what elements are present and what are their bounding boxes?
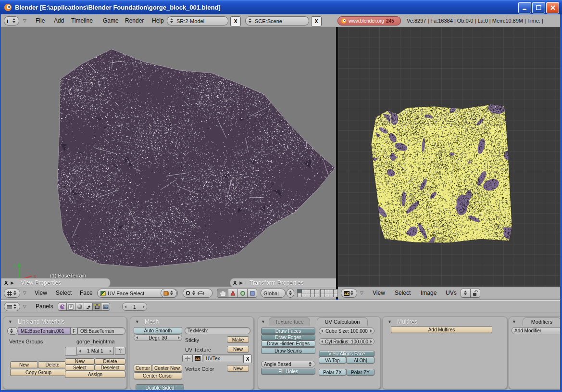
blender-org-button[interactable]: www.blender.org 245 (337, 16, 401, 25)
decrement-arrow-icon[interactable] (79, 350, 81, 353)
decrement-arrow-icon[interactable] (321, 340, 323, 343)
logic-context-button[interactable] (58, 303, 67, 311)
manipulator-rotate-button[interactable] (237, 289, 248, 298)
material-assign-button[interactable]: Assign (65, 371, 125, 378)
panel-collapse-icon[interactable]: ▼ (261, 319, 265, 324)
uvtex-name-field[interactable]: UVTex (203, 354, 243, 362)
decrement-arrow-icon[interactable] (125, 305, 126, 308)
transform-properties-panel[interactable]: X ▶ Transform Properties (230, 278, 337, 288)
uvtex-delete-button[interactable]: X (243, 354, 252, 363)
material-delete-button[interactable]: Delete (95, 358, 125, 365)
add-modifier-menu[interactable]: Add Modifier (512, 327, 562, 334)
menu-view[interactable]: View (35, 290, 47, 296)
scene-close-button[interactable]: X (311, 16, 322, 26)
polar-zx-toggle[interactable]: Polar ZX (319, 369, 346, 376)
3d-viewport-canvas[interactable] (1, 27, 336, 287)
uvtex-grid-button[interactable] (182, 354, 193, 362)
sticky-make-button[interactable]: Make (227, 336, 249, 343)
close-button[interactable] (546, 2, 559, 13)
layer-buttons-group-1[interactable] (297, 289, 319, 297)
material-slot-field[interactable]: 1 Mat 1 (76, 347, 114, 355)
va-top-toggle[interactable]: VA Top (319, 357, 346, 364)
manipulator-translate-button[interactable] (228, 289, 238, 298)
material-color-swatch[interactable] (65, 347, 77, 356)
pin-lock-button[interactable] (470, 289, 480, 298)
decrement-arrow-icon[interactable] (136, 336, 138, 339)
editor-type-buttons-button[interactable] (4, 302, 20, 311)
draw-seams-toggle[interactable]: Draw Seams (261, 347, 315, 354)
increment-arrow-icon[interactable] (370, 340, 372, 343)
script-context-button[interactable] (66, 303, 75, 311)
material-select-button[interactable]: Select (65, 365, 95, 371)
increment-arrow-icon[interactable] (370, 329, 372, 332)
view-aligns-face-toggle[interactable]: View Aligns Face (319, 351, 375, 357)
minimize-button[interactable] (518, 2, 531, 13)
object-datablock-field[interactable]: OB:BaseTerrain (77, 327, 125, 335)
increment-arrow-icon[interactable] (143, 305, 145, 308)
manipulator-hand-button[interactable] (217, 289, 228, 298)
panel-collapse-icon[interactable]: ▼ (387, 319, 392, 324)
orientation-arrows[interactable] (287, 289, 294, 298)
scene-selector[interactable]: SCE:Scene (245, 16, 309, 25)
uvtex-image-button[interactable] (193, 354, 202, 362)
close-icon[interactable]: X (233, 280, 237, 286)
menu-game[interactable]: Game (103, 17, 119, 24)
menu-face[interactable]: Face (80, 290, 93, 296)
frame-number-field[interactable]: 1 (122, 303, 147, 311)
degr-field[interactable]: Degr: 30 (134, 334, 182, 341)
double-sided-toggle[interactable]: Double Sided (136, 384, 184, 390)
menu-add[interactable]: Add (54, 17, 64, 24)
material-help-button[interactable]: ? (115, 347, 125, 355)
vgroup-delete-button[interactable]: Delete (38, 361, 67, 368)
tab-modifiers[interactable]: Modifiers (523, 317, 561, 326)
draw-type-button[interactable] (161, 289, 177, 298)
image-browse-button[interactable] (461, 289, 471, 298)
draw-edges-toggle[interactable]: Draw Edges (261, 334, 315, 341)
menu-panels[interactable]: Panels (36, 303, 53, 310)
increment-arrow-icon[interactable] (110, 350, 112, 353)
vgroup-new-button[interactable]: New (10, 361, 38, 368)
menu-uvs[interactable]: UVs (446, 290, 457, 296)
draw-faces-toggle[interactable]: Draw Faces (261, 328, 315, 334)
panel-collapse-icon[interactable]: ▼ (135, 319, 139, 324)
vgroup-copy-button[interactable]: Copy Group (10, 369, 67, 376)
editor-type-image-button[interactable] (341, 289, 357, 298)
add-multires-button[interactable]: Add Multires (391, 326, 492, 333)
menu-help[interactable]: Help (152, 17, 164, 24)
panel-collapse-icon[interactable]: ▼ (8, 319, 12, 324)
mesh-datablock-menu[interactable] (7, 327, 18, 335)
center-button[interactable]: Center (134, 365, 152, 372)
cyl-radius-field[interactable]: Cyl Radius: 100.000 (319, 338, 375, 345)
uv-texture-new-button[interactable]: New (227, 346, 249, 353)
maximize-button[interactable] (532, 2, 545, 13)
texmesh-field[interactable]: TexMesh: (185, 327, 250, 334)
fake-user-button[interactable]: F (71, 327, 77, 335)
polar-zy-toggle[interactable]: Polar ZY (346, 369, 375, 376)
center-cursor-button[interactable]: Center Cursor (134, 372, 182, 379)
expand-icon[interactable]: ▶ (11, 280, 14, 285)
cube-size-field[interactable]: Cube Size: 100.000 (319, 328, 375, 334)
material-new-button[interactable]: New (65, 358, 95, 365)
collapse-header-icon[interactable]: ▽ (23, 291, 26, 295)
menu-view[interactable]: View (373, 290, 385, 296)
orientation-selector[interactable]: Global (261, 289, 286, 298)
center-new-button[interactable]: Center New (152, 365, 182, 372)
scene-context-button[interactable] (101, 303, 110, 311)
pivot-selector[interactable]: Ω (183, 289, 212, 298)
screen-selector[interactable]: SR:2-Model (167, 16, 228, 25)
editing-context-button[interactable] (92, 303, 101, 311)
menu-timeline[interactable]: Timeline (71, 17, 93, 24)
manipulator-scale-button[interactable] (247, 289, 257, 298)
auto-smooth-toggle[interactable]: Auto Smooth (134, 327, 182, 334)
draw-hidden-edges-toggle[interactable]: Draw Hidden Edges (261, 341, 315, 347)
tab-texture-face[interactable]: Texture face (269, 317, 310, 326)
info-window-type-button[interactable]: i (4, 16, 19, 25)
view-properties-panel[interactable]: X ▶ View Properties (1, 278, 111, 288)
tab-uv-calculation[interactable]: UV Calculation (317, 317, 368, 326)
increment-arrow-icon[interactable] (178, 336, 180, 339)
panel-collapse-icon[interactable]: ▼ (512, 319, 516, 324)
object-context-button[interactable] (84, 303, 93, 311)
collapse-header-icon[interactable]: ▽ (23, 304, 26, 309)
al-obj-toggle[interactable]: Al Obj (346, 357, 375, 364)
shading-context-button[interactable] (75, 303, 84, 311)
